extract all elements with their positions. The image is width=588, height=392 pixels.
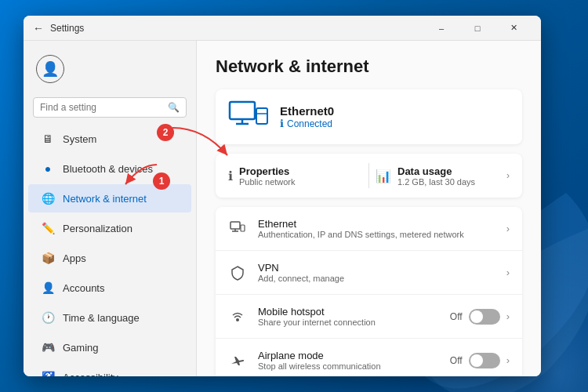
airplane-list-title: Airplane mode: [258, 350, 439, 361]
vpn-control: ›: [506, 267, 510, 278]
list-item-airplane[interactable]: Airplane mode Stop all wireless communic…: [216, 339, 522, 376]
svg-rect-1: [230, 102, 255, 119]
annotation-badge-1: 1: [153, 172, 170, 190]
ethernet-list-icon: [228, 220, 247, 238]
sidebar-item-accounts[interactable]: 👤 Accounts: [28, 274, 191, 302]
main-content: Network & internet: [196, 41, 541, 376]
search-input[interactable]: [40, 102, 163, 113]
sidebar-item-label-gaming: Gaming: [63, 342, 99, 354]
properties-icon: ℹ: [228, 169, 233, 183]
airplane-toggle[interactable]: [469, 353, 500, 368]
data-usage-chevron: ›: [506, 170, 510, 181]
svg-point-11: [236, 318, 239, 321]
properties-text: Properties Public network: [239, 165, 296, 187]
airplane-toggle-knob: [470, 354, 483, 367]
sidebar-item-label-apps: Apps: [63, 252, 86, 264]
sidebar-item-label-system: System: [63, 133, 96, 145]
hotspot-list-title: Mobile hotspot: [258, 306, 439, 318]
settings-list: Ethernet Authentication, IP and DNS sett…: [216, 207, 522, 376]
properties-sub: Public network: [239, 177, 296, 187]
hotspot-toggle[interactable]: [469, 309, 500, 325]
data-usage-sub: 1.2 GB, last 30 days: [397, 177, 475, 187]
page-title: Network & internet: [216, 56, 522, 77]
svg-rect-7: [230, 222, 240, 229]
vpn-list-sub: Add, connect, manage: [258, 274, 495, 283]
sidebar-item-label-personalization: Personalization: [63, 223, 132, 234]
ethernet-icon-big: [228, 100, 269, 133]
ethernet-name: Ethernet0: [280, 104, 510, 118]
sidebar-item-label-accounts: Accounts: [63, 282, 104, 294]
properties-title: Properties: [239, 165, 296, 177]
hotspot-control: Off ›: [450, 309, 510, 325]
data-usage-item[interactable]: 📊 Data usage 1.2 GB, last 30 days ›: [376, 165, 510, 187]
hotspot-toggle-label: Off: [450, 311, 463, 322]
window-title: Settings: [50, 23, 423, 34]
settings-body: 👤 🔍 🖥 System ● Bluetooth & devices: [24, 41, 541, 376]
sidebar-item-label-network: Network & internet: [63, 193, 147, 205]
data-usage-icon: 📊: [376, 169, 391, 183]
accessibility-icon: ♿: [41, 370, 55, 376]
ethernet-chevron-icon: ›: [506, 223, 510, 234]
sidebar-item-network[interactable]: 🌐 Network & internet: [28, 184, 191, 212]
bluetooth-icon: ●: [41, 162, 55, 176]
settings-window: ← Settings – □ ✕ 👤 🔍: [24, 16, 541, 376]
title-bar: ← Settings – □ ✕: [24, 16, 541, 41]
close-button[interactable]: ✕: [495, 16, 532, 41]
hotspot-chevron-icon: ›: [506, 310, 510, 322]
airplane-list-icon: [228, 351, 247, 370]
sidebar-item-accessibility[interactable]: ♿ Accessibility: [28, 363, 191, 376]
data-usage-title: Data usage: [397, 165, 475, 177]
ethernet-info: Ethernet0 ℹ Connected: [280, 104, 510, 129]
airplane-control: Off ›: [450, 353, 510, 368]
sidebar-item-apps[interactable]: 📦 Apps: [28, 244, 191, 272]
window-controls: – □ ✕: [423, 16, 532, 41]
ethernet-control: ›: [506, 223, 510, 234]
list-item-ethernet[interactable]: Ethernet Authentication, IP and DNS sett…: [216, 207, 522, 251]
apps-icon: 📦: [41, 251, 55, 265]
ethernet-status: ℹ Connected: [280, 118, 510, 129]
hotspot-list-text: Mobile hotspot Share your internet conne…: [258, 306, 439, 327]
hotspot-list-sub: Share your internet connection: [258, 318, 439, 327]
vpn-list-title: VPN: [258, 262, 495, 274]
data-usage-text: Data usage 1.2 GB, last 30 days: [397, 165, 475, 187]
list-item-vpn[interactable]: VPN Add, connect, manage ›: [216, 251, 522, 295]
airplane-list-sub: Stop all wireless communication: [258, 361, 439, 371]
svg-rect-4: [256, 108, 267, 124]
sidebar-item-label-time: Time & language: [63, 312, 140, 324]
properties-item[interactable]: ℹ Properties Public network: [228, 165, 362, 187]
system-icon: 🖥: [41, 132, 55, 146]
sidebar-item-time[interactable]: 🕐 Time & language: [28, 303, 191, 332]
sidebar-item-label-bluetooth: Bluetooth & devices: [63, 163, 153, 175]
ethernet-list-text: Ethernet Authentication, IP and DNS sett…: [258, 218, 495, 239]
hotspot-toggle-knob: [470, 310, 483, 323]
network-icon: 🌐: [41, 191, 55, 205]
airplane-chevron-icon: ›: [506, 354, 510, 366]
props-divider: [368, 163, 369, 188]
vpn-list-text: VPN Add, connect, manage: [258, 262, 495, 283]
ethernet-list-sub: Authentication, IP and DNS settings, met…: [258, 230, 495, 239]
sidebar-item-label-accessibility: Accessibility: [63, 372, 118, 377]
airplane-list-text: Airplane mode Stop all wireless communic…: [258, 350, 439, 371]
properties-row: ℹ Properties Public network 📊 Data usage…: [216, 154, 522, 198]
ethernet-card[interactable]: Ethernet0 ℹ Connected: [216, 89, 522, 144]
vpn-list-icon: [228, 263, 247, 282]
sidebar: 👤 🔍 🖥 System ● Bluetooth & devices: [24, 41, 196, 376]
sidebar-item-gaming[interactable]: 🎮 Gaming: [28, 333, 191, 361]
list-item-hotspot[interactable]: Mobile hotspot Share your internet conne…: [216, 295, 522, 339]
sidebar-item-personalization[interactable]: ✏️ Personalization: [28, 214, 191, 242]
svg-rect-10: [241, 225, 245, 231]
desktop: ← Settings – □ ✕ 👤 🔍: [0, 0, 588, 392]
avatar[interactable]: 👤: [36, 55, 64, 83]
hotspot-list-icon: [228, 307, 247, 326]
maximize-button[interactable]: □: [459, 16, 495, 41]
gaming-icon: 🎮: [41, 340, 55, 354]
back-button[interactable]: ←: [33, 22, 44, 34]
user-avatar-section: 👤: [24, 47, 196, 91]
minimize-button[interactable]: –: [423, 16, 459, 41]
annotation-badge-2: 2: [157, 124, 174, 141]
search-box[interactable]: 🔍: [33, 97, 187, 118]
time-icon: 🕐: [41, 310, 55, 325]
ethernet-list-title: Ethernet: [258, 218, 495, 230]
accounts-icon: 👤: [41, 281, 55, 295]
personalization-icon: ✏️: [41, 221, 55, 235]
